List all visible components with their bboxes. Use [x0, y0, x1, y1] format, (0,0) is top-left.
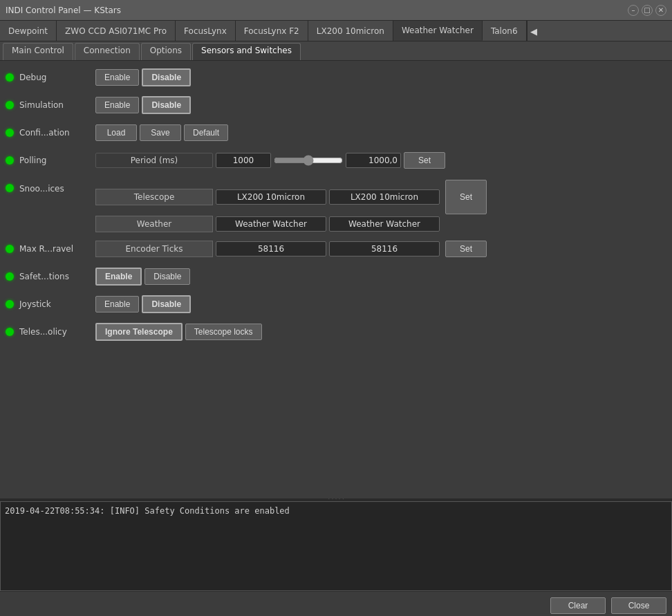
joystick-enable-button[interactable]: Enable: [95, 296, 139, 312]
minimize-button[interactable]: –: [628, 5, 639, 16]
telescope-policy-row: Teles...olicy Ignore Telescope Telescope…: [6, 321, 666, 343]
max-travel-indicator: [6, 245, 14, 253]
polling-indicator: [6, 156, 14, 165]
joystick-controls: Enable Disable: [95, 295, 191, 313]
telescope-policy-controls: Ignore Telescope Telescope locks: [95, 323, 262, 341]
snoop-telescope-label: Telescope: [95, 189, 213, 205]
ignore-telescope-button[interactable]: Ignore Telescope: [95, 323, 183, 341]
debug-disable-button[interactable]: Disable: [142, 68, 191, 86]
polling-set-button[interactable]: Set: [404, 152, 445, 169]
joystick-indicator: [6, 300, 14, 308]
device-tab-weatherwatcher[interactable]: Weather Watcher: [393, 21, 483, 41]
snoop-weather-val2: Weather Watcher: [329, 216, 440, 232]
snoop-label: Snoo...ices: [19, 184, 95, 194]
tab-main-control[interactable]: Main Control: [3, 43, 73, 60]
debug-indicator: [6, 73, 14, 82]
polling-period-label: Period (ms): [95, 153, 213, 168]
config-label: Confi...ation: [19, 128, 95, 138]
joystick-disable-button[interactable]: Disable: [142, 295, 191, 313]
snoop-indicator: [6, 184, 14, 192]
simulation-indicator: [6, 101, 14, 109]
safety-enable-button[interactable]: Enable: [95, 268, 142, 286]
snoop-row: Snoo...ices Telescope LX200 10micron LX2…: [6, 177, 666, 232]
snoop-weather-val1: Weather Watcher: [216, 216, 326, 232]
max-travel-col1: Encoder Ticks: [95, 241, 213, 257]
snoop-telescope-val2: LX200 10micron: [329, 189, 440, 205]
simulation-disable-button[interactable]: Disable: [142, 96, 191, 114]
max-travel-set-button[interactable]: Set: [445, 241, 487, 257]
main-content: Debug Enable Disable Simulation Enable D…: [0, 61, 672, 498]
polling-controls: Period (ms) 1000 1000,0 Set: [95, 152, 445, 169]
snoop-set-button[interactable]: Set: [445, 180, 487, 214]
polling-value: 1000: [216, 153, 271, 168]
device-tabs: Dewpoint ZWO CCD ASI071MC Pro FocusLynx …: [0, 21, 672, 41]
device-tab-talon6[interactable]: Talon6: [483, 21, 527, 41]
max-travel-col2: 58116: [216, 241, 326, 256]
safety-indicator: [6, 272, 14, 281]
debug-enable-button[interactable]: Enable: [95, 69, 139, 86]
config-controls: Load Save Default: [95, 124, 228, 141]
simulation-enable-button[interactable]: Enable: [95, 97, 139, 113]
snoop-weather-label: Weather: [95, 216, 213, 232]
safety-controls: Enable Disable: [95, 268, 190, 286]
device-tab-dewpoint[interactable]: Dewpoint: [0, 21, 57, 41]
joystick-row: Joystick Enable Disable: [6, 293, 666, 315]
simulation-label: Simulation: [19, 100, 95, 110]
max-travel-label: Max R...ravel: [19, 244, 95, 254]
max-travel-controls: Encoder Ticks 58116 58116 Set: [95, 241, 487, 257]
clear-button[interactable]: Clear: [550, 597, 606, 614]
tab-connection[interactable]: Connection: [75, 43, 140, 60]
tab-sensors-switches[interactable]: Sensors and Switches: [192, 43, 301, 60]
config-save-button[interactable]: Save: [140, 124, 181, 141]
config-default-button[interactable]: Default: [184, 124, 228, 141]
joystick-label: Joystick: [19, 299, 95, 309]
device-tab-focuslynxf2[interactable]: FocusLynx F2: [236, 21, 308, 41]
device-tab-focuslynx[interactable]: FocusLynx: [176, 21, 236, 41]
debug-controls: Enable Disable: [95, 68, 191, 86]
device-tab-lx200[interactable]: LX200 10micron: [308, 21, 393, 41]
snoop-telescope-val1: LX200 10micron: [216, 189, 326, 205]
bottom-bar: Clear Close: [0, 591, 672, 616]
config-indicator: [6, 129, 14, 137]
simulation-row: Simulation Enable Disable: [6, 94, 666, 116]
title-bar: INDI Control Panel — KStars – □ ✕: [0, 0, 672, 21]
sub-tabs: Main Control Connection Options Sensors …: [0, 41, 672, 61]
telescope-policy-indicator: [6, 328, 14, 336]
log-text: 2019-04-22T08:55:34: [INFO] Safety Condi…: [5, 506, 290, 516]
polling-slider[interactable]: [274, 155, 343, 166]
config-load-button[interactable]: Load: [95, 124, 137, 141]
max-travel-row: Max R...ravel Encoder Ticks 58116 58116 …: [6, 238, 666, 260]
telescope-locks-button[interactable]: Telescope locks: [185, 324, 262, 340]
telescope-policy-label: Teles...olicy: [19, 327, 95, 337]
tab-options[interactable]: Options: [141, 43, 191, 60]
simulation-controls: Enable Disable: [95, 96, 191, 114]
log-area: 2019-04-22T08:55:34: [INFO] Safety Condi…: [0, 501, 672, 591]
safety-disable-button[interactable]: Disable: [144, 268, 190, 285]
debug-row: Debug Enable Disable: [6, 66, 666, 88]
polling-number[interactable]: 1000,0: [346, 153, 401, 168]
window-controls: – □ ✕: [628, 5, 666, 16]
close-window-button[interactable]: ✕: [655, 5, 666, 16]
window-title: INDI Control Panel — KStars: [6, 6, 121, 15]
safety-label: Safet...tions: [19, 272, 95, 281]
polling-row: Polling Period (ms) 1000 1000,0 Set: [6, 149, 666, 171]
polling-label: Polling: [19, 156, 95, 165]
snoop-controls: Telescope LX200 10micron LX200 10micron …: [95, 180, 487, 232]
safety-row: Safet...tions Enable Disable: [6, 265, 666, 288]
close-button[interactable]: Close: [611, 597, 666, 614]
config-row: Confi...ation Load Save Default: [6, 122, 666, 144]
debug-label: Debug: [19, 73, 95, 82]
device-tab-zwo[interactable]: ZWO CCD ASI071MC Pro: [57, 21, 176, 41]
max-travel-col3[interactable]: 58116: [329, 241, 440, 256]
maximize-button[interactable]: □: [642, 5, 653, 16]
device-tab-arrow[interactable]: ◀: [527, 21, 541, 41]
